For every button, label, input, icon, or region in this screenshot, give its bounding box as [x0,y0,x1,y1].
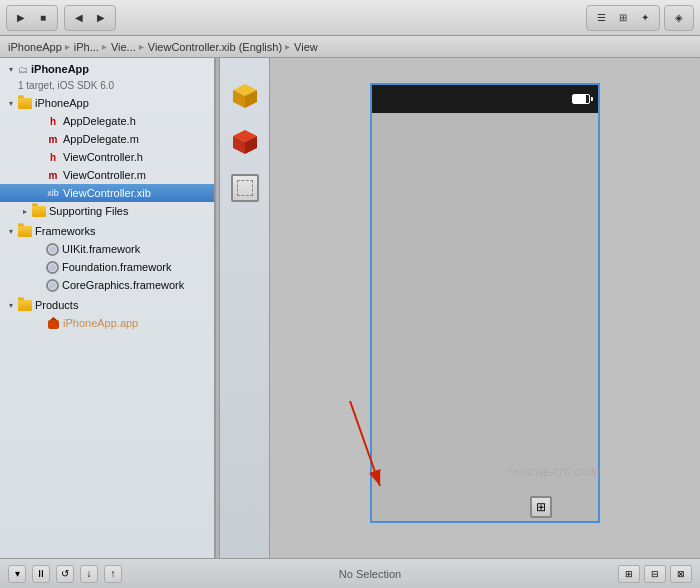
main-area: 🗂 iPhoneApp 1 target, iOS SDK 6.0 iPhone… [0,58,700,558]
disclosure-icon [4,62,18,76]
h-file-icon: h [46,150,60,164]
forward-button[interactable]: ▶ [91,8,111,28]
xib-file-icon: xib [46,186,60,200]
folder-icon [18,226,32,237]
breadcrumb-sep: ▸ [139,41,144,52]
project-name: iPhoneApp [31,63,89,75]
sidebar-item-ViewController-xib[interactable]: xib ViewController.xib [0,184,214,202]
sidebar-item-SupportingFiles[interactable]: Supporting Files [0,202,214,220]
breadcrumb-iPhoneApp[interactable]: iPhoneApp ▸ [8,41,70,53]
toolbar: ▶ ■ ◀ ▶ ☰ ⊞ ✦ ◈ [0,0,700,36]
view-group: ☰ ⊞ ✦ [586,5,660,31]
canvas-area[interactable]: ThinCREATE.COM ⊞ [270,58,700,558]
sidebar-label-ViewController-h: ViewController.h [63,151,143,163]
breadcrumb-label: Vie... [111,41,136,53]
layout-btn-2[interactable]: ⊟ [644,565,666,583]
breadcrumb-label: View [294,41,318,53]
breadcrumb-xib[interactable]: ViewController.xib (English) ▸ [148,41,290,53]
iphone-body [372,113,598,521]
breadcrumb-sep: ▸ [102,41,107,52]
sidebar-item-Frameworks[interactable]: Frameworks [0,222,214,240]
layout-buttons: ⊞ ⊟ ⊠ [618,565,692,583]
folder-icon [18,98,32,109]
disclosure-iPhoneApp [4,96,18,110]
project-icon: 🗂 [18,64,28,75]
breadcrumb-vie[interactable]: Vie... ▸ [111,41,144,53]
breadcrumb-sep: ▸ [65,41,70,52]
framework-icon [46,261,59,274]
sidebar-item-CoreGraphics[interactable]: CoreGraphics.framework [0,276,214,294]
object-panel [220,58,270,558]
sidebar-item-ViewController-m[interactable]: m ViewController.m [0,166,214,184]
bottom-btn-refresh[interactable]: ↺ [56,565,74,583]
disclosure-Products [4,298,18,312]
sidebar-label-Frameworks: Frameworks [35,225,96,237]
stop-button[interactable]: ■ [33,8,53,28]
iphone-mockup [370,83,600,523]
sidebar-item-iPhoneApp-app[interactable]: iPhoneApp.app [0,314,214,332]
breadcrumb-label: ViewController.xib (English) [148,41,282,53]
layout-btn-3[interactable]: ⊠ [670,565,692,583]
sidebar-project-root[interactable]: 🗂 iPhoneApp [0,58,214,78]
disclosure-SupportingFiles [18,204,32,218]
battery-fill [573,95,586,103]
sidebar-item-UIKit[interactable]: UIKit.framework [0,240,214,258]
folder-icon [32,206,46,217]
bottom-btn-up[interactable]: ↑ [104,565,122,583]
sidebar-label-UIKit: UIKit.framework [62,243,140,255]
sidebar-label-AppDelegate-h: AppDelegate.h [63,115,136,127]
breadcrumb-view[interactable]: View [294,41,318,53]
bottom-toolbar: ▾ ⏸ ↺ ↓ ↑ No Selection ⊞ ⊟ ⊠ [0,558,700,588]
framework-icon [46,243,59,256]
sidebar: 🗂 iPhoneApp 1 target, iOS SDK 6.0 iPhone… [0,58,215,558]
back-button[interactable]: ◀ [69,8,89,28]
yellow-cube-icon[interactable] [227,78,263,114]
app-file-icon [46,316,60,330]
sidebar-item-iPhoneApp[interactable]: iPhoneApp [0,94,214,112]
anchor-btn[interactable]: ⊞ [530,496,552,518]
sidebar-label-Products: Products [35,299,78,311]
sidebar-item-ViewController-h[interactable]: h ViewController.h [0,148,214,166]
battery-icon [572,94,590,104]
svg-rect-0 [48,320,59,329]
extra-group: ◈ [664,5,694,31]
view-main-icon[interactable]: ⊞ [613,8,633,28]
run-button[interactable]: ▶ [11,8,31,28]
sq-inner [237,180,253,196]
sidebar-label-AppDelegate-m: AppDelegate.m [63,133,139,145]
breadcrumb-label: iPh... [74,41,99,53]
sidebar-label-ViewController-m: ViewController.m [63,169,146,181]
m-file-icon: m [46,168,60,182]
sidebar-item-AppDelegate-m[interactable]: m AppDelegate.m [0,130,214,148]
sidebar-label-ViewController-xib: ViewController.xib [63,187,151,199]
sidebar-label-Foundation: Foundation.framework [62,261,171,273]
sidebar-project-subtitle: 1 target, iOS SDK 6.0 [0,78,214,92]
layout-btn-1[interactable]: ⊞ [618,565,640,583]
red-cube-icon[interactable] [227,124,263,160]
sidebar-label-CoreGraphics: CoreGraphics.framework [62,279,184,291]
sidebar-label-iPhoneApp: iPhoneApp [35,97,89,109]
disclosure-Frameworks [4,224,18,238]
anchor-icon[interactable]: ⊞ [530,496,552,518]
breadcrumb-iph[interactable]: iPh... ▸ [74,41,107,53]
bottom-btn-dropdown[interactable]: ▾ [8,565,26,583]
view-nav-icon[interactable]: ☰ [591,8,611,28]
sq-icon [231,174,259,202]
sidebar-item-Foundation[interactable]: Foundation.framework [0,258,214,276]
status-bar [372,85,598,113]
m-file-icon: m [46,132,60,146]
view-util-icon[interactable]: ✦ [635,8,655,28]
breadcrumb-label: iPhoneApp [8,41,62,53]
bottom-btn-pause[interactable]: ⏸ [32,565,50,583]
status-label: No Selection [128,568,612,580]
bottom-btn-down[interactable]: ↓ [80,565,98,583]
extra-icon[interactable]: ◈ [669,8,689,28]
breadcrumb: iPhoneApp ▸ iPh... ▸ Vie... ▸ ViewContro… [0,36,700,58]
sidebar-item-AppDelegate-h[interactable]: h AppDelegate.h [0,112,214,130]
sidebar-label-iPhoneApp-app: iPhoneApp.app [63,317,138,329]
sidebar-item-Products[interactable]: Products [0,296,214,314]
svg-marker-1 [50,317,57,320]
view-object-icon[interactable] [227,170,263,206]
h-file-icon: h [46,114,60,128]
sidebar-label-SupportingFiles: Supporting Files [49,205,129,217]
